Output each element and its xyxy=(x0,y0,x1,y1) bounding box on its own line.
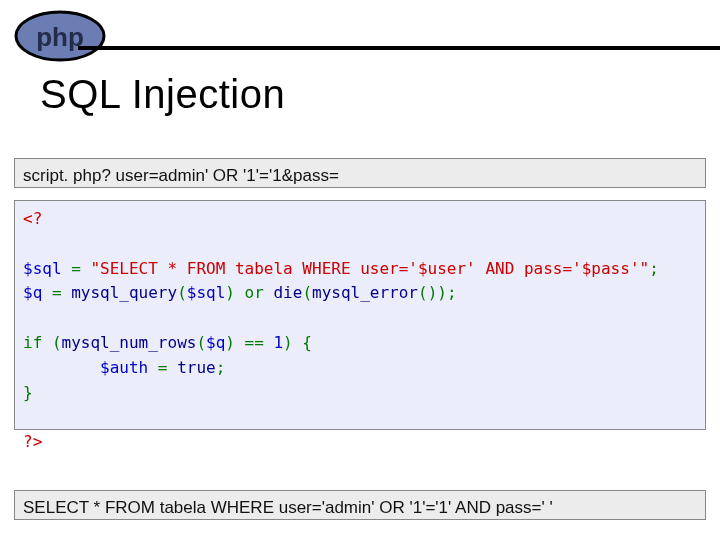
semi1: ; xyxy=(649,259,659,278)
num1: 1 xyxy=(264,333,283,352)
fn-die: die xyxy=(273,283,302,302)
url-band: script. php? user=admin' OR '1'='1&pass= xyxy=(14,158,706,188)
var-q: $q xyxy=(23,283,42,302)
p4: ()) xyxy=(418,283,447,302)
p5: ( xyxy=(196,333,206,352)
fn-mysql-query: mysql_query xyxy=(71,283,177,302)
result-text: SELECT * FROM tabela WHERE user='admin' … xyxy=(23,498,553,517)
p1: ( xyxy=(177,283,187,302)
slide-title: SQL Injection xyxy=(40,72,285,117)
php-logo-text: php xyxy=(36,22,84,52)
indent xyxy=(23,358,100,377)
url-text: script. php? user=admin' OR '1'='1&pass= xyxy=(23,166,339,185)
header-divider xyxy=(78,46,720,50)
sql-string: "SELECT * FROM tabela WHERE user='$user'… xyxy=(90,259,649,278)
var-sql: $sql xyxy=(23,259,62,278)
ifclose: ) { xyxy=(283,333,312,352)
fn-mysql-error: mysql_error xyxy=(312,283,418,302)
result-band: SELECT * FROM tabela WHERE user='admin' … xyxy=(14,490,706,520)
kw-true: true xyxy=(177,358,216,377)
eq2: = xyxy=(42,283,71,302)
semi2: ; xyxy=(447,283,457,302)
kw-or: or xyxy=(245,283,264,302)
fn-numrows: mysql_num_rows xyxy=(62,333,197,352)
php-open: <? xyxy=(23,209,42,228)
eq1: = xyxy=(62,259,91,278)
slide: php SQL Injection script. php? user=admi… xyxy=(0,0,720,540)
eqop: == xyxy=(245,333,264,352)
brace-close: } xyxy=(23,383,33,402)
p2: ) xyxy=(225,283,244,302)
ifopen: ( xyxy=(42,333,61,352)
arg-q: $q xyxy=(206,333,225,352)
p3: ( xyxy=(302,283,312,302)
var-auth: $auth xyxy=(100,358,148,377)
kw-if: if xyxy=(23,333,42,352)
arg-sql: $sql xyxy=(187,283,226,302)
php-close: ?> xyxy=(23,432,42,451)
code-band: <? $sql = "SELECT * FROM tabela WHERE us… xyxy=(14,200,706,430)
php-logo: php xyxy=(10,6,130,62)
p6: ) xyxy=(225,333,244,352)
eq3: = xyxy=(148,358,177,377)
php-logo-icon: php xyxy=(10,6,130,62)
semi3: ; xyxy=(216,358,226,377)
